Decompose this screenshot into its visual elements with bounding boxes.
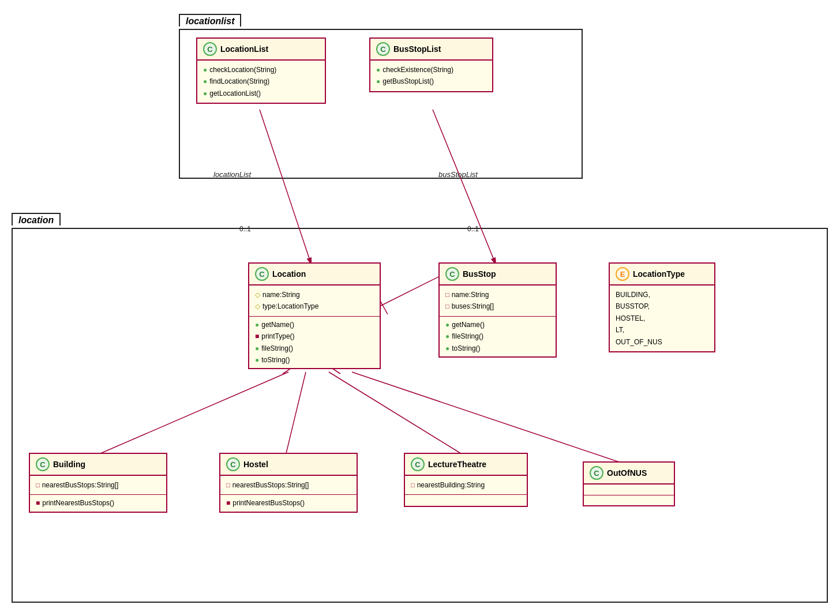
field-name: ◇ name:String bbox=[255, 289, 374, 301]
package-location-tab: location bbox=[12, 213, 61, 226]
badge-c-hostel: C bbox=[226, 457, 240, 471]
icon-circle-tostring-bs: ● bbox=[445, 343, 449, 354]
icon-circle-filestring-bs: ● bbox=[445, 330, 449, 342]
icon-square-nearest-b: □ bbox=[36, 480, 40, 491]
class-locationtype: E LocationType BUILDING, BUSSTOP, HOSTEL… bbox=[609, 262, 715, 352]
class-location-fields: ◇ name:String ◇ type:LocationType bbox=[249, 286, 380, 316]
class-location-methods: ● getName() ■ printType() ● fileString()… bbox=[249, 316, 380, 369]
badge-c-busstoplist: C bbox=[376, 42, 390, 56]
class-busstoplist-header: C BusStopList bbox=[370, 39, 492, 61]
icon-square-nearest-h: □ bbox=[226, 480, 230, 491]
class-busstop-methods: ● getName() ● fileString() ● toString() bbox=[440, 316, 556, 356]
class-building-name: Building bbox=[53, 460, 85, 469]
icon-diamond-name: ◇ bbox=[255, 289, 260, 301]
package-locationlist-label: locationlist bbox=[186, 16, 234, 26]
class-building-fields: □ nearestBusStops:String[] bbox=[30, 476, 166, 494]
icon-circle-findlocation: ● bbox=[203, 76, 207, 87]
class-lecturetheatre-header: C LectureTheatre bbox=[405, 454, 527, 476]
badge-c-lecturetheatre: C bbox=[411, 457, 425, 471]
enum-outofnus: OUT_OF_NUS bbox=[616, 336, 708, 348]
class-outofnus-body1 bbox=[584, 484, 674, 495]
field-busstop-name: □ name:String bbox=[445, 289, 550, 301]
method-tostring-loc: ● toString() bbox=[255, 354, 374, 366]
icon-square-filled-print-b: ■ bbox=[36, 497, 40, 509]
class-locationlist-header: C LocationList bbox=[197, 39, 325, 61]
method-checklocation: ● checkLocation(String) bbox=[203, 64, 319, 76]
class-lecturetheatre: C LectureTheatre □ nearestBuilding:Strin… bbox=[404, 453, 528, 507]
class-locationlist: C LocationList ● checkLocation(String) ●… bbox=[196, 37, 326, 104]
mult-busstop: 0..1 bbox=[467, 225, 479, 233]
class-outofnus: C OutOfNUS bbox=[583, 461, 675, 506]
class-hostel: C Hostel □ nearestBusStops:String[] ■ pr… bbox=[219, 453, 358, 513]
icon-circle-getbusstoplist: ● bbox=[376, 76, 380, 87]
icon-circle-filestring-loc: ● bbox=[255, 343, 259, 354]
enum-lt: LT, bbox=[616, 324, 708, 336]
mult-location: 0..1 bbox=[239, 225, 251, 233]
method-getlocationlist: ● getLocationList() bbox=[203, 88, 319, 99]
method-filestring-bs: ● fileString() bbox=[445, 330, 550, 342]
class-busstop: C BusStop □ name:String □ buses:String[]… bbox=[438, 262, 557, 358]
class-hostel-header: C Hostel bbox=[220, 454, 357, 476]
diagram-container: locationlist location bbox=[0, 0, 840, 616]
label-busstoplist: busStopList bbox=[438, 170, 478, 179]
icon-circle-tostring-loc: ● bbox=[255, 354, 259, 366]
class-busstop-fields: □ name:String □ buses:String[] bbox=[440, 286, 556, 316]
class-building: C Building □ nearestBusStops:String[] ■ … bbox=[29, 453, 167, 513]
class-location-header: C Location bbox=[249, 264, 380, 286]
class-busstoplist-name: BusStopList bbox=[393, 44, 441, 54]
method-findlocation: ● findLocation(String) bbox=[203, 76, 319, 87]
class-locationtype-header: E LocationType bbox=[610, 264, 714, 286]
icon-square-busstop-name: □ bbox=[445, 290, 449, 301]
class-lecturetheatre-fields: □ nearestBuilding:String bbox=[405, 476, 527, 494]
enum-hostel: HOSTEL, bbox=[616, 313, 708, 324]
enum-busstop: BUSSTOP, bbox=[616, 301, 708, 312]
badge-c-outofnus: C bbox=[590, 466, 603, 480]
icon-diamond-type: ◇ bbox=[255, 301, 260, 312]
method-getname-loc: ● getName() bbox=[255, 319, 374, 330]
class-locationtype-name: LocationType bbox=[633, 269, 685, 279]
class-location-name: Location bbox=[272, 269, 306, 279]
class-building-header: C Building bbox=[30, 454, 166, 476]
class-busstoplist-body: ● checkExistence(String) ● getBusStopLis… bbox=[370, 61, 492, 91]
field-nearest-building: □ nearestBuilding:String bbox=[411, 479, 521, 491]
method-print-nearest-h: ■ printNearestBusStops() bbox=[226, 497, 351, 509]
class-building-methods: ■ printNearestBusStops() bbox=[30, 494, 166, 511]
field-nearest-busstops-b: □ nearestBusStops:String[] bbox=[36, 479, 160, 491]
icon-square-printtype: ■ bbox=[255, 330, 259, 342]
icon-circle-getname-loc: ● bbox=[255, 319, 259, 330]
icon-square-buses: □ bbox=[445, 301, 449, 312]
icon-circle-checklocation: ● bbox=[203, 64, 207, 76]
icon-circle-getlocationlist: ● bbox=[203, 88, 207, 99]
class-hostel-name: Hostel bbox=[243, 460, 268, 469]
class-outofnus-header: C OutOfNUS bbox=[584, 463, 674, 484]
method-getname-bs: ● getName() bbox=[445, 319, 550, 330]
class-outofnus-body2 bbox=[584, 495, 674, 505]
enum-building: BUILDING, bbox=[616, 289, 708, 301]
package-location-label: location bbox=[18, 215, 54, 225]
package-locationlist-tab: locationlist bbox=[179, 14, 241, 27]
field-buses: □ buses:String[] bbox=[445, 301, 550, 312]
method-filestring-loc: ● fileString() bbox=[255, 343, 374, 354]
field-nearest-busstops-h: □ nearestBusStops:String[] bbox=[226, 479, 351, 491]
class-busstop-header: C BusStop bbox=[440, 264, 556, 286]
label-locationlist: locationList bbox=[213, 170, 251, 179]
icon-square-nearest-building: □ bbox=[411, 480, 415, 491]
method-print-nearest-b: ■ printNearestBusStops() bbox=[36, 497, 160, 509]
class-locationlist-body: ● checkLocation(String) ● findLocation(S… bbox=[197, 61, 325, 103]
class-locationtype-body: BUILDING, BUSSTOP, HOSTEL, LT, OUT_OF_NU… bbox=[610, 286, 714, 351]
badge-c-busstop: C bbox=[445, 267, 459, 281]
method-tostring-bs: ● toString() bbox=[445, 343, 550, 354]
class-busstoplist: C BusStopList ● checkExistence(String) ●… bbox=[369, 37, 493, 92]
class-location: C Location ◇ name:String ◇ type:Location… bbox=[248, 262, 381, 369]
class-busstop-name: BusStop bbox=[463, 269, 496, 279]
class-hostel-methods: ■ printNearestBusStops() bbox=[220, 494, 357, 511]
class-hostel-fields: □ nearestBusStops:String[] bbox=[220, 476, 357, 494]
icon-circle-checkexistence: ● bbox=[376, 64, 380, 76]
badge-e-locationtype: E bbox=[616, 267, 629, 281]
icon-square-filled-print-h: ■ bbox=[226, 497, 230, 509]
badge-c-building: C bbox=[36, 457, 50, 471]
class-outofnus-name: OutOfNUS bbox=[607, 468, 647, 478]
class-locationlist-name: LocationList bbox=[220, 44, 268, 54]
badge-c-location: C bbox=[255, 267, 269, 281]
class-lecturetheatre-methods bbox=[405, 494, 527, 506]
